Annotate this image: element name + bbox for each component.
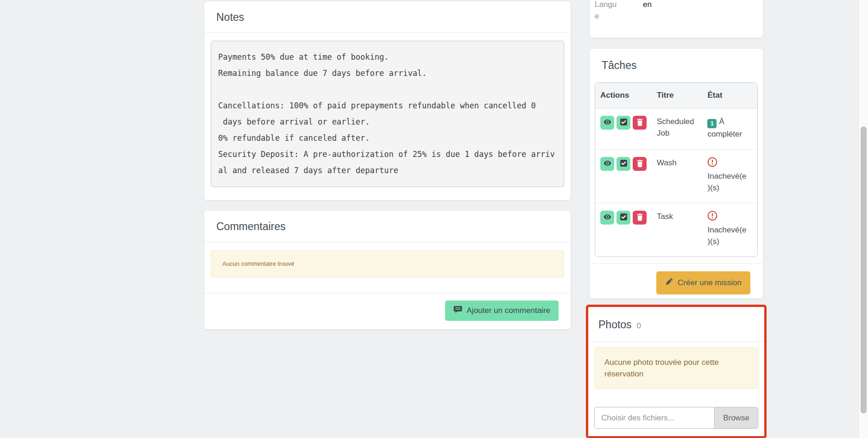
column-header-actions: Actions (595, 83, 652, 108)
check-square-icon (620, 213, 628, 222)
add-comment-button[interactable]: Ajouter un commentaire (445, 300, 559, 321)
photos-title: Photos (598, 318, 632, 331)
right-column: Langue en Tâches Actions Titre État (589, 0, 763, 438)
notes-card-body: Payments 50% due at time of booking. Rem… (204, 33, 571, 200)
task-row: Task Inachevé(e)(s) (595, 203, 757, 257)
notes-text: Payments 50% due at time of booking. Rem… (211, 41, 564, 187)
view-task-button[interactable] (600, 116, 614, 130)
task-title-cell: Wash (652, 150, 702, 203)
view-task-button[interactable] (600, 211, 614, 225)
main-column: Notes Payments 50% due at time of bookin… (204, 1, 571, 330)
comments-card-footer: Ajouter un commentaire (204, 293, 571, 329)
column-header-title: Titre (652, 83, 702, 108)
trash-icon (636, 213, 643, 222)
task-state-label: Inachevé(e)(s) (707, 225, 746, 246)
view-task-button[interactable] (600, 157, 614, 171)
details-card: Langue en (589, 0, 763, 38)
task-title-cell: Task (652, 203, 702, 257)
notes-card-header: Notes (204, 1, 571, 33)
comments-card: Commentaires Aucun commentaire trouvé Aj… (204, 210, 571, 330)
notes-title: Notes (216, 11, 559, 24)
delete-task-button[interactable] (633, 157, 647, 171)
trash-icon (636, 160, 643, 169)
comments-card-body: Aucun commentaire trouvé (204, 242, 571, 293)
tasks-table: Actions Titre État (595, 82, 758, 257)
check-square-icon (620, 159, 628, 169)
photo-file-input[interactable]: Choisir des fichiers... Browse (594, 407, 758, 429)
photos-count-badge: 0 (637, 321, 641, 331)
tasks-card: Tâches Actions Titre État (589, 48, 763, 299)
task-actions-cell (595, 150, 652, 203)
todo-count-badge: 1 (707, 119, 717, 128)
task-state-label: Inachevé(e)(s) (707, 172, 746, 192)
pencil-icon (665, 278, 673, 288)
complete-task-button[interactable] (616, 116, 630, 130)
add-comment-label: Ajouter un commentaire (467, 306, 550, 315)
photos-card: Photos 0 Aucune photo trouvée pour cette… (586, 305, 767, 438)
create-mission-button[interactable]: Créer une mission (656, 271, 750, 294)
language-value: en (643, 0, 652, 22)
tasks-title: Tâches (602, 59, 751, 72)
tasks-table-header-row: Actions Titre État (595, 83, 757, 108)
eye-icon (604, 118, 611, 127)
column-header-state: État (702, 83, 757, 108)
task-actions-cell (595, 108, 652, 150)
warning-circle-icon (707, 160, 717, 169)
tasks-card-footer: Créer une mission (590, 263, 763, 298)
check-square-icon (620, 118, 628, 127)
language-row: Langue en (590, 0, 763, 22)
no-photos-alert: Aucune photo trouvée pour cette réservat… (594, 347, 758, 389)
comment-icon (453, 306, 462, 316)
scrollbar-track[interactable] (858, 0, 868, 438)
tasks-card-body: Actions Titre État (590, 72, 763, 263)
browse-button[interactable]: Browse (714, 407, 758, 428)
scrollbar-thumb[interactable] (861, 126, 867, 413)
language-label: Langue (595, 0, 643, 22)
complete-task-button[interactable] (616, 211, 630, 225)
task-actions-cell (595, 203, 652, 257)
task-state-cell: Inachevé(e)(s) (702, 203, 757, 257)
complete-task-button[interactable] (616, 157, 630, 171)
photos-card-body: Aucune photo trouvée pour cette réservat… (588, 342, 764, 436)
notes-card: Notes Payments 50% due at time of bookin… (204, 1, 571, 200)
delete-task-button[interactable] (633, 211, 647, 225)
trash-icon (636, 119, 643, 127)
task-row: Wash Inachevé(e)(s) (595, 150, 757, 203)
task-title-cell: Scheduled Job (652, 108, 702, 150)
task-row: Scheduled Job 1À compléter (595, 108, 757, 150)
task-state-cell: Inachevé(e)(s) (702, 150, 757, 203)
eye-icon (604, 213, 611, 222)
photos-card-header: Photos 0 (588, 307, 764, 342)
comments-card-header: Commentaires (204, 211, 571, 242)
no-comments-alert: Aucun commentaire trouvé (211, 250, 564, 278)
delete-task-button[interactable] (633, 116, 647, 130)
tasks-card-header: Tâches (590, 49, 763, 72)
create-mission-label: Créer une mission (678, 278, 742, 288)
warning-circle-icon (707, 214, 717, 223)
file-input-placeholder: Choisir des fichiers... (595, 407, 714, 428)
eye-icon (604, 159, 611, 169)
task-state-cell: 1À compléter (702, 108, 757, 150)
comments-title: Commentaires (216, 220, 559, 233)
